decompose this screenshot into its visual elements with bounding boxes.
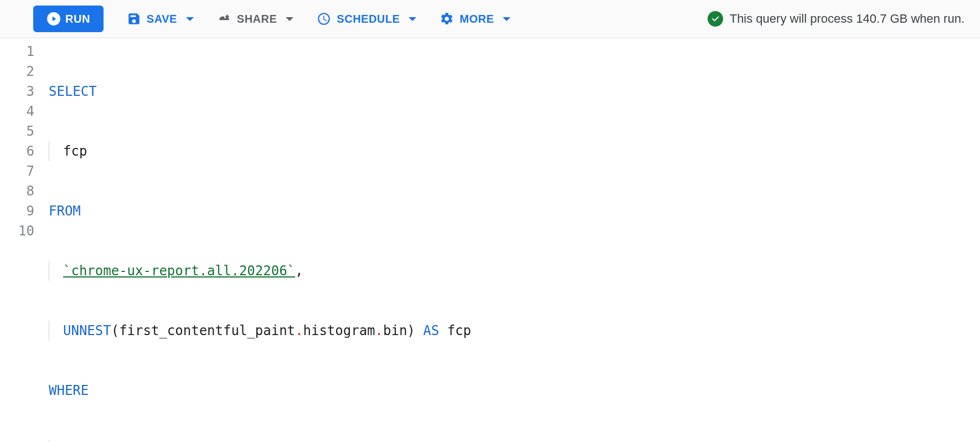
line-number-gutter: 1 2 3 4 5 6 7 8 9 10 bbox=[0, 42, 49, 442]
line-number: 8 bbox=[0, 181, 34, 201]
save-button[interactable]: SAVE bbox=[127, 12, 194, 26]
chevron-down-icon bbox=[286, 17, 293, 21]
line-number: 1 bbox=[0, 42, 34, 61]
toolbar: RUN SAVE SHARE SCHEDULE MORE This query … bbox=[0, 0, 980, 38]
line-number: 3 bbox=[0, 81, 34, 101]
line-number: 7 bbox=[0, 161, 34, 181]
table-ref: `chrome-ux-report.all.202206` bbox=[63, 263, 295, 279]
share-button[interactable]: SHARE bbox=[217, 12, 294, 26]
kw-unnest: UNNEST bbox=[63, 323, 111, 338]
save-label: SAVE bbox=[147, 13, 177, 25]
line-number: 6 bbox=[0, 141, 34, 161]
line-number: 2 bbox=[0, 61, 34, 81]
kw-select: SELECT bbox=[49, 84, 97, 99]
check-circle-icon bbox=[708, 11, 723, 27]
status-text: This query will process 140.7 GB when ru… bbox=[730, 12, 964, 26]
clock-icon bbox=[317, 12, 331, 26]
kw-as: AS bbox=[423, 323, 439, 338]
more-button[interactable]: MORE bbox=[440, 12, 510, 26]
save-icon bbox=[127, 12, 141, 26]
gear-icon bbox=[440, 12, 454, 26]
chevron-down-icon bbox=[409, 17, 416, 21]
run-button[interactable]: RUN bbox=[33, 6, 104, 32]
run-label: RUN bbox=[65, 13, 90, 25]
code-area[interactable]: SELECT fcp FROM `chrome-ux-report.all.20… bbox=[49, 42, 471, 442]
col-fcp: fcp bbox=[63, 143, 87, 159]
kw-where: WHERE bbox=[49, 383, 89, 398]
share-label: SHARE bbox=[237, 13, 277, 25]
line-number: 10 bbox=[0, 221, 34, 241]
play-icon bbox=[47, 12, 61, 26]
share-icon bbox=[217, 12, 231, 26]
more-label: MORE bbox=[460, 13, 494, 25]
schedule-label: SCHEDULE bbox=[337, 13, 400, 25]
sql-editor[interactable]: 1 2 3 4 5 6 7 8 9 10 SELECT fcp FROM `ch… bbox=[0, 38, 980, 442]
kw-from: FROM bbox=[49, 203, 81, 219]
chevron-down-icon bbox=[186, 17, 194, 21]
chevron-down-icon bbox=[503, 17, 510, 21]
query-status: This query will process 140.7 GB when ru… bbox=[708, 11, 964, 27]
line-number: 5 bbox=[0, 121, 34, 141]
schedule-button[interactable]: SCHEDULE bbox=[317, 12, 416, 26]
line-number: 9 bbox=[0, 201, 34, 221]
line-number: 4 bbox=[0, 101, 34, 121]
